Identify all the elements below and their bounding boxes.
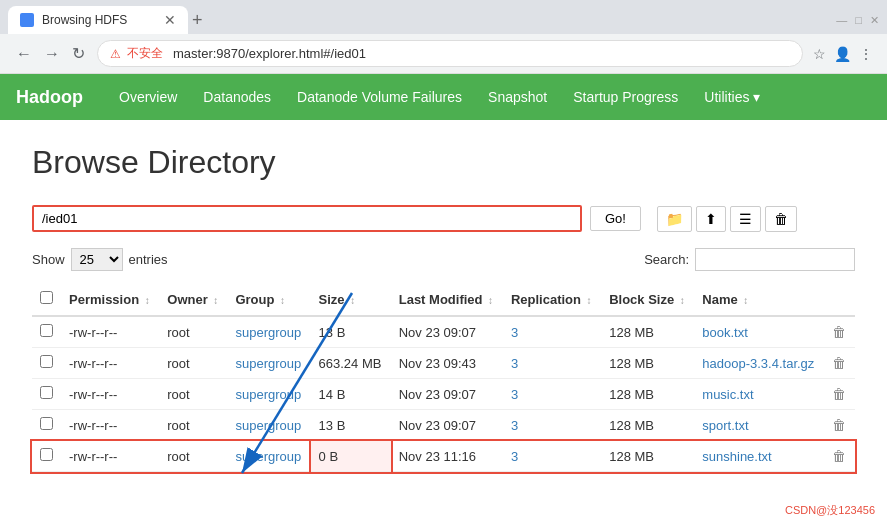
list-icon-button[interactable]: ☰: [730, 206, 761, 232]
delete-row-button[interactable]: 🗑: [832, 386, 846, 402]
delete-dir-button[interactable]: 🗑: [765, 206, 797, 232]
nav-datanode-volume-failures[interactable]: Datanode Volume Failures: [285, 81, 474, 113]
profile-button[interactable]: 👤: [832, 44, 853, 64]
cell-last-modified: Nov 23 11:16: [391, 441, 503, 472]
replication-link[interactable]: 3: [511, 449, 518, 464]
row-checkbox-cell: [32, 348, 61, 379]
tab-bar: Browsing HDFS ✕ + — □ ✕: [0, 0, 887, 34]
extension-button[interactable]: ⋮: [857, 44, 875, 64]
group-link[interactable]: supergroup: [235, 418, 301, 433]
folder-icon-button[interactable]: 📁: [657, 206, 692, 232]
minimize-icon: —: [836, 14, 847, 27]
nav-overview[interactable]: Overview: [107, 81, 189, 113]
col-name[interactable]: Name ↕: [694, 283, 824, 316]
nav-startup-progress[interactable]: Startup Progress: [561, 81, 690, 113]
cell-replication: 3: [503, 348, 601, 379]
delete-row-button[interactable]: 🗑: [832, 417, 846, 433]
col-owner[interactable]: Owner ↕: [159, 283, 227, 316]
group-link[interactable]: supergroup: [235, 449, 301, 464]
cell-block-size: 128 MB: [601, 441, 694, 472]
cell-block-size: 128 MB: [601, 316, 694, 348]
col-size[interactable]: Size ↕: [311, 283, 391, 316]
group-link[interactable]: supergroup: [235, 325, 301, 340]
cell-last-modified: Nov 23 09:07: [391, 316, 503, 348]
security-icon: ⚠: [110, 47, 121, 61]
address-text[interactable]: master:9870/explorer.html#/ied01: [173, 46, 790, 61]
nav-utilities[interactable]: Utilities ▾: [692, 81, 772, 113]
cell-name: sunshine.txt: [694, 441, 824, 472]
file-link[interactable]: music.txt: [702, 387, 753, 402]
table-row: -rw-r--r-- root supergroup 663.24 MB Nov…: [32, 348, 855, 379]
row-checkbox[interactable]: [40, 386, 53, 399]
file-table-body: -rw-r--r-- root supergroup 13 B Nov 23 0…: [32, 316, 855, 472]
row-checkbox-cell: [32, 441, 61, 472]
cell-permission: -rw-r--r--: [61, 410, 159, 441]
col-replication[interactable]: Replication ↕: [503, 283, 601, 316]
cell-size: 14 B: [311, 379, 391, 410]
cell-owner: root: [159, 348, 227, 379]
row-checkbox-cell: [32, 379, 61, 410]
upload-icon-button[interactable]: ⬆: [696, 206, 726, 232]
cell-block-size: 128 MB: [601, 410, 694, 441]
file-link[interactable]: book.txt: [702, 325, 748, 340]
cell-delete: 🗑: [824, 316, 855, 348]
back-button[interactable]: ←: [12, 40, 36, 67]
bookmark-button[interactable]: ☆: [811, 44, 828, 64]
cell-group: supergroup: [227, 441, 310, 472]
show-label: Show: [32, 252, 65, 267]
tab-title: Browsing HDFS: [42, 13, 156, 27]
col-block-size[interactable]: Block Size ↕: [601, 283, 694, 316]
row-checkbox[interactable]: [40, 355, 53, 368]
col-group[interactable]: Group ↕: [227, 283, 310, 316]
col-last-modified[interactable]: Last Modified ↕: [391, 283, 503, 316]
cell-size: 13 B: [311, 316, 391, 348]
row-checkbox[interactable]: [40, 324, 53, 337]
replication-link[interactable]: 3: [511, 387, 518, 402]
hadoop-navbar: Hadoop Overview Datanodes Datanode Volum…: [0, 74, 887, 120]
file-link[interactable]: hadoop-3.3.4.tar.gz: [702, 356, 814, 371]
search-label: Search:: [644, 252, 689, 267]
group-link[interactable]: supergroup: [235, 356, 301, 371]
delete-row-button[interactable]: 🗑: [832, 324, 846, 340]
row-checkbox[interactable]: [40, 448, 53, 461]
group-link[interactable]: supergroup: [235, 387, 301, 402]
cell-owner: root: [159, 316, 227, 348]
delete-row-button[interactable]: 🗑: [832, 355, 846, 371]
nav-datanodes[interactable]: Datanodes: [191, 81, 283, 113]
cell-delete: 🗑: [824, 379, 855, 410]
cell-size: 663.24 MB: [311, 348, 391, 379]
replication-link[interactable]: 3: [511, 418, 518, 433]
search-bar: Search:: [644, 248, 855, 271]
cell-replication: 3: [503, 441, 601, 472]
cell-permission: -rw-r--r--: [61, 316, 159, 348]
tab-close-button[interactable]: ✕: [164, 12, 176, 28]
select-all-checkbox[interactable]: [40, 291, 53, 304]
go-button[interactable]: Go!: [590, 206, 641, 231]
cell-owner: root: [159, 410, 227, 441]
replication-link[interactable]: 3: [511, 325, 518, 340]
address-bar: ← → ↻ ⚠ 不安全 master:9870/explorer.html#/i…: [0, 34, 887, 73]
cell-group: supergroup: [227, 379, 310, 410]
file-link[interactable]: sunshine.txt: [702, 449, 771, 464]
search-input[interactable]: [695, 248, 855, 271]
row-checkbox[interactable]: [40, 417, 53, 430]
delete-row-button[interactable]: 🗑: [832, 448, 846, 464]
cell-group: supergroup: [227, 410, 310, 441]
refresh-button[interactable]: ↻: [68, 40, 89, 67]
new-tab-button[interactable]: +: [192, 10, 203, 31]
table-row: -rw-r--r-- root supergroup 14 B Nov 23 0…: [32, 379, 855, 410]
cell-permission: -rw-r--r--: [61, 441, 159, 472]
file-link[interactable]: sport.txt: [702, 418, 748, 433]
replication-link[interactable]: 3: [511, 356, 518, 371]
file-table: Permission ↕ Owner ↕ Group ↕ Size ↕ Last…: [32, 283, 855, 472]
forward-button[interactable]: →: [40, 40, 64, 67]
cell-name: sport.txt: [694, 410, 824, 441]
nav-snapshot[interactable]: Snapshot: [476, 81, 559, 113]
path-input[interactable]: [32, 205, 582, 232]
browser-chrome: Browsing HDFS ✕ + — □ ✕ ← → ↻ ⚠ 不安全 mast…: [0, 0, 887, 74]
row-checkbox-cell: [32, 316, 61, 348]
cell-name: book.txt: [694, 316, 824, 348]
entries-select[interactable]: 25 50 100: [71, 248, 123, 271]
table-container: Permission ↕ Owner ↕ Group ↕ Size ↕ Last…: [32, 283, 855, 472]
col-permission[interactable]: Permission ↕: [61, 283, 159, 316]
